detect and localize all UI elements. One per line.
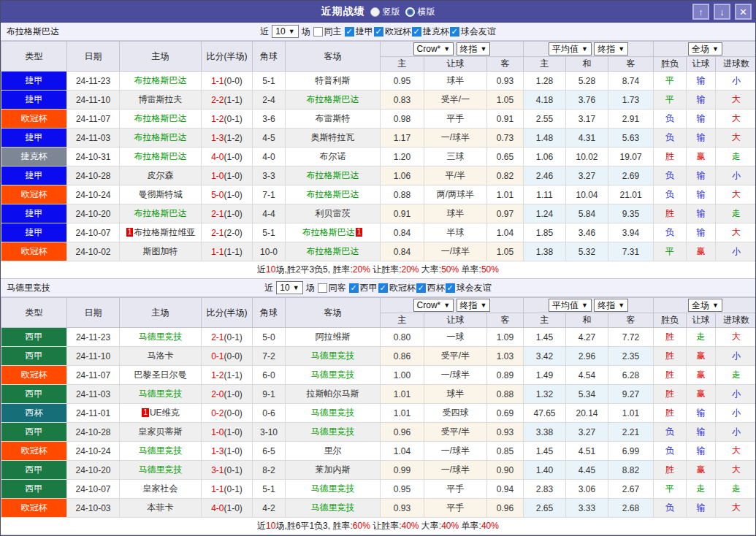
table-row[interactable]: 西杯 24-11-01 1UE维克 0-2(0-0) 0-6 马德里竞技 1.0…	[1, 404, 756, 423]
league-checkbox[interactable]: ✓	[374, 27, 383, 37]
table-row[interactable]: 西甲 24-11-03 马德里竞技 2-0(1-0) 9-1 拉斯帕尔马斯 1.…	[1, 385, 756, 404]
team-label[interactable]: 马德里竞技	[139, 388, 183, 399]
team-label[interactable]: 马德里竞技	[311, 370, 355, 380]
team-label[interactable]: 阿拉维斯	[316, 332, 351, 342]
league-checkbox[interactable]: ✓	[450, 27, 459, 37]
team-label[interactable]: 巴黎圣日尔曼	[134, 370, 187, 380]
same-side-filter[interactable]: 同客	[318, 282, 346, 294]
table-row[interactable]: 欧冠杯 24-10-24 曼彻斯特城 5-0(1-0) 7-1 布拉格斯巴达 0…	[1, 185, 756, 204]
team-label[interactable]: 博雷斯拉夫	[139, 94, 183, 104]
league-filter[interactable]: ✓西杯	[416, 282, 445, 294]
league-checkbox[interactable]: ✓	[349, 283, 359, 293]
team-label[interactable]: 马德里竞技	[311, 502, 355, 513]
team-label[interactable]: 布拉格斯巴达	[302, 227, 355, 237]
league-filter[interactable]: ✓捷克杯	[412, 26, 449, 38]
league-checkbox[interactable]: ✓	[412, 27, 421, 37]
match-count-select[interactable]: 10 ▼	[272, 25, 298, 38]
league-filter[interactable]: ✓西甲	[349, 282, 378, 294]
table-row[interactable]: 欧冠杯 24-10-24 马德里竞技 1-3(1-0) 6-5 里尔 1.04 …	[1, 442, 756, 461]
close-button[interactable]: ✕	[735, 4, 752, 20]
match-count-select[interactable]: 10 ▼	[276, 281, 302, 294]
league-filter[interactable]: ✓欧冠杯	[374, 26, 411, 38]
radio-unselected-icon[interactable]	[405, 7, 415, 17]
table-row[interactable]: 捷甲 24-10-28 皮尔森 1-0(1-0) 3-3 布拉格斯巴达 1.06…	[1, 166, 756, 185]
scope-select[interactable]: 全场▼	[688, 299, 722, 312]
same-side-checkbox[interactable]	[318, 283, 327, 293]
team-label[interactable]: 布拉格斯巴达	[307, 94, 359, 104]
table-row[interactable]: 捷克杯 24-10-31 布拉格斯巴达 4-0(1-0) 4-0 布尔诺 1.2…	[1, 148, 756, 166]
team-label[interactable]: 莱加内斯	[316, 464, 351, 475]
team-label[interactable]: 马德里竞技	[311, 426, 355, 437]
table-row[interactable]: 西甲 24-10-20 马德里竞技 3-1(0-1) 8-2 莱加内斯 0.99…	[1, 461, 756, 480]
move-down-button[interactable]: ↓	[714, 4, 730, 20]
league-checkbox[interactable]: ✓	[416, 283, 426, 293]
team-label[interactable]: 特普利斯	[316, 75, 351, 85]
odds-company-select[interactable]: Crow*▼	[413, 299, 454, 312]
team-label[interactable]: 皇家贝蒂斯	[139, 426, 183, 437]
table-row[interactable]: 捷甲 24-11-23 布拉格斯巴达 1-1(0-0) 5-1 特普利斯 0.9…	[1, 72, 756, 91]
team-label[interactable]: 布拉格斯巴达	[307, 170, 359, 180]
team-label[interactable]: 奥斯特拉瓦	[311, 132, 355, 142]
team-label[interactable]: 皇家社会	[143, 483, 178, 494]
team-label[interactable]: 马德里竞技	[311, 407, 355, 418]
avg-final-select[interactable]: 终指▼	[594, 299, 628, 312]
avg-type-select[interactable]: 平均值▼	[549, 42, 592, 55]
league-checkbox[interactable]: ✓	[378, 283, 388, 293]
table-row[interactable]: 欧冠杯 24-10-02 斯图加特 1-1(1-1) 10-0 布拉格斯巴达 0…	[1, 242, 756, 261]
team-label[interactable]: 布拉格斯拉维亚	[134, 227, 195, 237]
same-side-checkbox[interactable]	[313, 27, 323, 37]
odds-final-select[interactable]: 终指▼	[457, 42, 491, 55]
league-filter[interactable]: ✓球会友谊	[450, 26, 496, 38]
table-row[interactable]: 西甲 24-10-07 皇家社会 1-1(0-1) 5-1 马德里竞技 0.95…	[1, 480, 756, 499]
table-row[interactable]: 欧冠杯 24-11-07 布拉格斯巴达 1-2(0-1) 3-6 布雷斯特 0.…	[1, 110, 756, 129]
table-row[interactable]: 欧冠杯 24-10-03 本菲卡 4-0(1-0) 4-2 马德里竞技 0.93…	[1, 499, 756, 518]
table-row[interactable]: 西甲 24-10-28 皇家贝蒂斯 1-0(1-0) 3-10 马德里竞技 0.…	[1, 423, 756, 442]
same-side-filter[interactable]: 同主	[313, 26, 342, 38]
team-label[interactable]: 布拉格斯巴达	[134, 113, 187, 123]
avg-type-select[interactable]: 平均值▼	[549, 299, 592, 312]
layout-radio-horizontal[interactable]: 横版	[405, 6, 435, 18]
team-label[interactable]: 皮尔森	[148, 170, 174, 180]
layout-radio-vertical[interactable]: 竖版	[370, 6, 400, 18]
league-filter[interactable]: ✓捷甲	[345, 26, 373, 38]
team-label[interactable]: UE维克	[150, 407, 180, 418]
table-row[interactable]: 西甲 24-11-10 马洛卡 0-1(0-0) 7-2 马德里竞技 0.86 …	[1, 347, 756, 366]
team-label[interactable]: 布拉格斯巴达	[134, 208, 187, 218]
table-row[interactable]: 捷甲 24-10-07 1布拉格斯拉维亚 2-1(2-0) 5-1 布拉格斯巴达…	[1, 223, 756, 242]
team-label[interactable]: 马德里竞技	[139, 464, 183, 475]
radio-selected-icon[interactable]	[370, 7, 380, 17]
table-row[interactable]: 捷甲 24-10-20 布拉格斯巴达 2-1(1-0) 4-4 利贝雷茨 0.9…	[1, 204, 756, 223]
avg-final-select[interactable]: 终指▼	[594, 42, 628, 55]
team-label[interactable]: 拉斯帕尔马斯	[307, 388, 359, 399]
league-filter[interactable]: ✓欧冠杯	[378, 282, 416, 294]
team-label[interactable]: 布拉格斯巴达	[134, 151, 187, 161]
team-label[interactable]: 里尔	[324, 445, 342, 456]
move-up-button[interactable]: ↑	[692, 4, 709, 20]
team-label[interactable]: 布拉格斯巴达	[307, 246, 359, 256]
team-label[interactable]: 布拉格斯巴达	[134, 132, 187, 142]
team-label[interactable]: 布尔诺	[320, 151, 346, 161]
team-label[interactable]: 曼彻斯特城	[139, 189, 183, 199]
team-label[interactable]: 斯图加特	[143, 246, 178, 256]
team-label[interactable]: 马德里竞技	[139, 332, 183, 342]
team-label[interactable]: 本菲卡	[148, 502, 174, 513]
odds-handicap-value: 受平/半	[424, 423, 487, 442]
team-label[interactable]: 马德里竞技	[311, 483, 355, 494]
team-label[interactable]: 布拉格斯巴达	[134, 75, 187, 85]
league-checkbox[interactable]: ✓	[345, 27, 354, 37]
table-row[interactable]: 捷甲 24-11-03 布拉格斯巴达 1-3(1-2) 4-5 奥斯特拉瓦 1.…	[1, 129, 756, 148]
team-label[interactable]: 马洛卡	[148, 351, 174, 361]
team-label[interactable]: 马德里竞技	[139, 445, 183, 456]
team-label[interactable]: 利贝雷茨	[316, 208, 351, 218]
team-label[interactable]: 布雷斯特	[316, 113, 351, 123]
scope-select[interactable]: 全场▼	[688, 42, 722, 55]
team-label[interactable]: 布拉格斯巴达	[307, 189, 359, 199]
table-row[interactable]: 欧冠杯 24-11-07 巴黎圣日尔曼 1-2(1-1) 6-0 马德里竞技 1…	[1, 366, 756, 385]
league-filter[interactable]: ✓球会友谊	[446, 282, 492, 294]
table-row[interactable]: 西甲 24-11-23 马德里竞技 2-1(0-1) 5-0 阿拉维斯 0.80…	[1, 328, 756, 347]
odds-final-select[interactable]: 终指▼	[457, 299, 491, 312]
odds-company-select[interactable]: Crow*▼	[413, 42, 454, 55]
team-label[interactable]: 马德里竞技	[311, 351, 355, 361]
table-row[interactable]: 捷甲 24-11-10 博雷斯拉夫 2-2(1-1) 2-4 布拉格斯巴达 0.…	[1, 91, 756, 110]
league-checkbox[interactable]: ✓	[446, 283, 455, 293]
